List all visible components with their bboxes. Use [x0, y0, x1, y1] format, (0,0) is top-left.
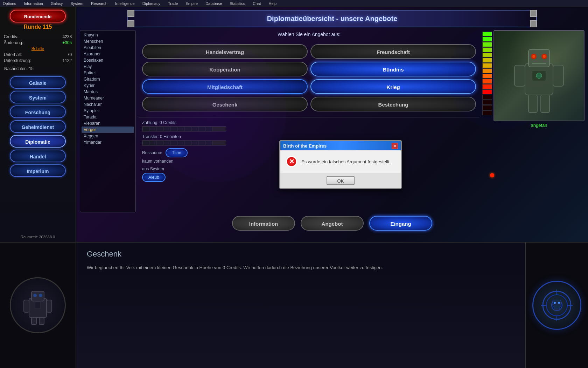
action-eingang[interactable]: Eingang [369, 216, 432, 231]
btn-krieg[interactable]: Krieg [310, 79, 476, 94]
svg-point-16 [39, 294, 42, 297]
dialog-message: Es wurde ein falsches Argument festgeste… [301, 159, 391, 164]
bottom-section: Geschenk Wir begluechen Ihr Volk mit ein… [0, 242, 588, 368]
race-tarada[interactable]: Tarada [82, 114, 134, 120]
credits-label: Credits: [4, 34, 18, 39]
race-menschen[interactable]: Menschen [82, 38, 134, 45]
btn-kooperation[interactable]: Kooperation [142, 62, 308, 76]
nav-diplomatie[interactable]: Diplomatie [10, 135, 66, 148]
dialog-footer: OK [280, 173, 401, 188]
schiffe-link[interactable]: Schiffe [31, 46, 44, 51]
credits-value: 4238 [62, 34, 72, 39]
race-yimandar[interactable]: Yimandar [82, 139, 134, 145]
btn-bestechung[interactable]: Bestechung [310, 97, 476, 111]
action-information[interactable]: Information [232, 216, 295, 231]
menu-statistics[interactable]: Statistics [228, 1, 246, 6]
race-aleubiten[interactable]: Aleubiten [82, 45, 134, 51]
svg-point-27 [558, 302, 560, 304]
svg-rect-14 [31, 291, 44, 301]
aenderung-value: +305 [62, 40, 72, 45]
btn-buendnis[interactable]: Bündnis [310, 62, 476, 76]
svg-rect-20 [31, 318, 36, 325]
stats-table: Credits: 4238 Änderung: +305 Schiffe Unt… [4, 34, 72, 64]
robot-portrait-bg [494, 31, 584, 121]
race-vorgor[interactable]: Vorgor [82, 127, 134, 133]
relation-bar [482, 30, 492, 212]
race-xeggen[interactable]: Xeggen [82, 133, 134, 139]
race-murneaner[interactable]: Murneaner [82, 95, 134, 101]
nav-galaxie[interactable]: Galaxie [10, 76, 66, 89]
nav-forschung[interactable]: Forschung [10, 105, 66, 118]
menu-chat[interactable]: Chat [251, 1, 262, 6]
race-sytaplet[interactable]: Sytaplet [82, 108, 134, 114]
race-eptirel[interactable]: Eptirel [82, 70, 134, 76]
menu-intelligence[interactable]: Intelligence [114, 1, 136, 6]
menubar: Options Information Galaxy System Resear… [0, 0, 588, 7]
menu-research[interactable]: Research [90, 1, 109, 6]
rel-seg-3 [482, 42, 492, 47]
svg-rect-28 [554, 307, 560, 311]
menu-database[interactable]: Database [204, 1, 223, 6]
dialog-close-button[interactable]: ✕ [392, 143, 398, 149]
svg-rect-18 [24, 300, 29, 312]
action-angebot[interactable]: Angebot [301, 216, 364, 231]
btn-geschenk[interactable]: Geschenk [142, 97, 308, 111]
offers-title: Wählen Sie ein Angebot aus: [139, 30, 479, 39]
menu-help[interactable]: Help [267, 1, 278, 6]
round-end-button[interactable]: Rundenende [10, 10, 66, 22]
race-nachaurr[interactable]: Nacha'urr [82, 101, 134, 108]
svg-point-5 [543, 55, 546, 58]
round-label: Runde 115 [24, 24, 52, 30]
raumzeit: Raumzeit: 203638.0 [21, 235, 55, 239]
unterstuetzung-label: Unterstützung: [4, 58, 31, 63]
svg-rect-21 [39, 318, 44, 325]
menu-system[interactable]: System [69, 1, 85, 6]
rel-seg-8 [482, 68, 492, 73]
nav-system[interactable]: System [10, 91, 66, 103]
rel-seg-9 [482, 74, 492, 79]
bottom-icon-svg [539, 288, 574, 323]
race-khayrin[interactable]: Khayrin [82, 32, 134, 38]
race-bosniaken[interactable]: Bosniaken [82, 57, 134, 63]
svg-rect-9 [553, 65, 564, 86]
main-content: Diplomatieübersicht - unsere Angebote Kh… [76, 7, 588, 242]
page-title: Diplomatieübersicht - unsere Angebote [267, 15, 398, 23]
btn-mitgliedschaft[interactable]: Mitgliedschaft [142, 79, 308, 94]
nav-handel[interactable]: Handel [10, 150, 66, 162]
btn-freundschaft[interactable]: Freundschaft [310, 44, 476, 59]
nachrichten: Nachrichten: 15 [0, 66, 34, 71]
aus-system-button[interactable]: Aleub [142, 173, 166, 182]
nav-geheimdienst[interactable]: Geheimdienst [10, 120, 66, 133]
svg-point-12 [536, 73, 542, 79]
rel-seg-4 [482, 47, 492, 52]
menu-galaxy[interactable]: Galaxy [49, 1, 64, 6]
ressource-button[interactable]: Titan [166, 148, 187, 157]
menu-information[interactable]: Information [22, 1, 44, 6]
bottom-title: Geschenk [87, 250, 514, 259]
ressource-label: Ressource [142, 150, 162, 155]
svg-point-4 [532, 55, 535, 58]
nav-imperium[interactable]: Imperium [10, 164, 66, 177]
action-buttons: Information Angebot Eingang [76, 212, 588, 234]
menu-trade[interactable]: Trade [167, 1, 179, 6]
transfer-bar [142, 141, 226, 145]
race-kyrier[interactable]: Kyrier [82, 82, 134, 89]
unterhalt-label: Unterhalt: [4, 52, 22, 57]
rel-seg-5 [482, 53, 492, 57]
portrait-image [493, 30, 584, 121]
race-mardus[interactable]: Mardus [82, 89, 134, 95]
dialog-ok-button[interactable]: OK [327, 176, 355, 185]
unterstuetzung-value: 1122 [62, 58, 72, 63]
race-viebaran[interactable]: Viebaran [82, 120, 134, 127]
menu-empire[interactable]: Empire [184, 1, 199, 6]
race-giradorn[interactable]: Giradorn [82, 76, 134, 82]
race-elay[interactable]: Elay [82, 63, 134, 70]
race-azoraner[interactable]: Azoraner [82, 51, 134, 57]
angefan-label: angefan [493, 123, 584, 128]
menu-options[interactable]: Options [1, 1, 18, 6]
svg-point-15 [33, 294, 37, 297]
btn-handelsvertrag[interactable]: Handelsvertrag [142, 44, 308, 59]
rel-seg-16 [482, 110, 492, 115]
menu-diplomacy[interactable]: Diplomacy [141, 1, 162, 6]
rel-seg-13 [482, 95, 492, 100]
